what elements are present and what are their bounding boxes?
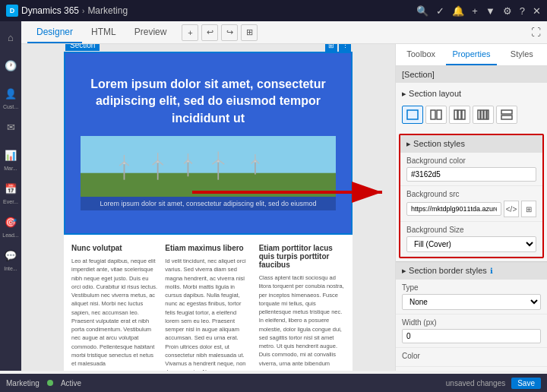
section-styles-label: ▸ Section styles [406, 139, 465, 149]
top-nav-icons: 🔍 ✓ 🔔 + ▼ ⚙ ? ✕ [416, 5, 541, 17]
border-width-label: Width (px) [402, 318, 541, 327]
editor-toolbar: + ↩ ↪ ⊞ [182, 24, 258, 41]
section-styles-box: ▸ Section styles Background color Backgr… [399, 134, 544, 258]
svg-rect-12 [188, 161, 189, 176]
tab-designer[interactable]: Designer [27, 22, 82, 43]
email-canvas: Section ⊞ ⋮ Lorem ipsum dolor sit amet, … [64, 52, 353, 371]
bg-src-code-btn[interactable]: </> [504, 201, 519, 217]
layout-btn-5[interactable] [496, 106, 517, 124]
svg-rect-39 [501, 110, 512, 114]
app-logo[interactable]: D Dynamics 365 › Marketing [6, 5, 128, 17]
filter-icon[interactable]: ▼ [485, 5, 495, 17]
tab-styles[interactable]: Styles [497, 44, 547, 65]
add-button[interactable]: + [182, 24, 198, 41]
left-sidebar: ⌂ 🕐 👤 Cust... ✉ 📊 Mar... 📅 Ever... 🎯 Lea… [0, 21, 21, 371]
svg-rect-38 [487, 110, 489, 119]
events-label: Ever... [3, 199, 18, 204]
svg-rect-30 [431, 110, 435, 119]
tab-html[interactable]: HTML [82, 22, 125, 43]
border-section-header: ▸ Section border styles ℹ [396, 262, 547, 280]
check-icon[interactable]: ✓ [436, 5, 444, 17]
col3-title: Etiam porttitor lacus quis turpis portti… [259, 244, 345, 269]
layout-btn-2[interactable] [425, 106, 447, 124]
expand-button[interactable]: ⛶ [531, 27, 541, 38]
section-actions: ⊞ ⋮ [325, 44, 351, 52]
content-area: Designer HTML Preview + ↩ ↪ ⊞ ⛶ Section [21, 21, 547, 371]
bg-color-field: Background color [400, 153, 542, 186]
svg-rect-29 [407, 110, 418, 119]
tab-preview[interactable]: Preview [125, 22, 176, 43]
layout-btn-1[interactable] [402, 106, 423, 124]
leads-icon: 🎯 [0, 212, 21, 232]
sidebar-item-marketing[interactable]: 📊 Mar... [0, 142, 21, 174]
search-icon[interactable]: 🔍 [416, 5, 428, 17]
section-action-drag[interactable]: ⊞ [325, 44, 337, 52]
bg-src-browse-btn[interactable]: ⊞ [521, 201, 536, 217]
redo-button[interactable]: ↪ [221, 24, 238, 41]
notification-icon[interactable]: 🔔 [452, 5, 464, 17]
close-icon[interactable]: ✕ [533, 5, 541, 17]
border-type-select[interactable]: None Solid Dashed Dotted [402, 294, 541, 310]
border-width-input[interactable] [402, 329, 541, 343]
app-name: Dynamics 365 [21, 5, 79, 16]
sidebar-item-contacts[interactable]: 👤 Cust... [0, 81, 21, 112]
sidebar-item-home[interactable]: ⌂ [0, 24, 21, 51]
marketing-icon: 📊 [0, 145, 21, 166]
svg-rect-36 [481, 110, 483, 119]
svg-rect-37 [484, 110, 486, 119]
hero-section-container[interactable]: Section ⊞ ⋮ Lorem ipsum dolor sit amet, … [64, 52, 353, 235]
bg-size-field: Background Size Fill (Cover) Fit Stretch… [400, 222, 542, 257]
add-icon[interactable]: + [472, 5, 478, 17]
panel-content: [Section] ▸ Section layout [396, 66, 547, 371]
bg-size-label: Background Size [406, 226, 536, 234]
settings-icon[interactable]: ⚙ [503, 5, 512, 17]
col1-title: Nunc volutpat [71, 244, 157, 252]
svg-rect-40 [501, 115, 512, 119]
svg-rect-7 [157, 162, 159, 180]
svg-rect-31 [437, 110, 441, 119]
windmill-svg [81, 136, 336, 197]
col2-title: Etiam maximus libero [165, 244, 251, 252]
events-icon: 📅 [0, 179, 21, 199]
help-icon[interactable]: ? [520, 5, 525, 17]
tab-properties[interactable]: Properties [446, 44, 496, 65]
right-panel: Toolbox Properties Styles [Section] ▸ Se… [395, 44, 547, 371]
col1-text: Leo at feugiat dapibus, neque elit imper… [71, 257, 157, 368]
section-layout-area: ▸ Section layout [396, 83, 547, 131]
col2-text: Id velit tincidunt, nec aliquet orci var… [165, 257, 251, 371]
svg-rect-0 [81, 140, 336, 173]
layout-btn-3[interactable] [449, 106, 470, 124]
save-button[interactable]: Save [511, 378, 541, 389]
recent-icon: 🕐 [0, 55, 21, 76]
canvas-area[interactable]: Section ⊞ ⋮ Lorem ipsum dolor sit amet, … [21, 44, 395, 371]
editor-tabs: Designer HTML Preview + ↩ ↪ ⊞ ⛶ [21, 21, 547, 44]
bg-src-input[interactable] [406, 202, 501, 216]
sidebar-item-events[interactable]: 📅 Ever... [0, 175, 21, 207]
hero-image [81, 136, 336, 197]
undo-button[interactable]: ↩ [201, 24, 218, 41]
interactions-label: Inte... [4, 266, 17, 271]
sidebar-item-interactions[interactable]: 💬 Inte... [0, 242, 21, 274]
column-1: Nunc volutpat Leo at feugiat dapibus, ne… [71, 244, 157, 371]
section-action-more[interactable]: ⋮ [339, 44, 351, 52]
svg-rect-32 [454, 110, 457, 119]
contacts-icon: 👤 [0, 84, 21, 104]
bg-src-label: Background src [406, 190, 536, 198]
unsaved-changes: unsaved changes [446, 379, 505, 387]
bg-color-input[interactable] [406, 167, 536, 182]
status-active: Active [61, 379, 81, 387]
section-title: [Section] [402, 70, 435, 79]
nav-chevron: › [82, 7, 84, 15]
border-info-icon: ℹ [490, 267, 493, 275]
sidebar-item-recent[interactable]: 🕐 [0, 52, 21, 79]
layout-button[interactable]: ⊞ [241, 24, 258, 41]
status-app: Marketing [6, 379, 40, 387]
status-bar: Marketing Active unsaved changes Save [0, 374, 547, 392]
bg-size-select[interactable]: Fill (Cover) Fit Stretch Tile Center [406, 236, 536, 252]
sidebar-item-email[interactable]: ✉ [0, 114, 21, 141]
sidebar-item-leads[interactable]: 🎯 Lead... [0, 209, 21, 241]
layout-btn-4[interactable] [473, 106, 494, 124]
contacts-label: Cust... [3, 104, 18, 109]
section-label: Section [65, 44, 100, 51]
tab-toolbox[interactable]: Toolbox [396, 44, 446, 65]
